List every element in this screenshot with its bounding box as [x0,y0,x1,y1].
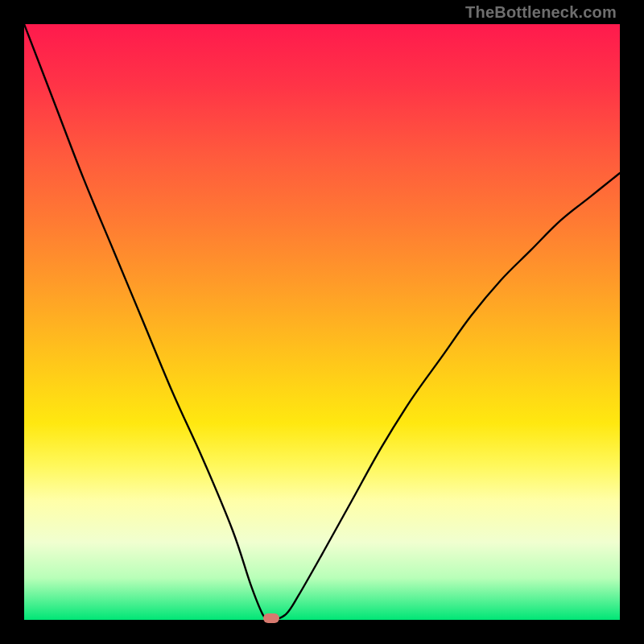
chart-frame: TheBottleneck.com [0,0,644,644]
minimum-marker [263,613,279,623]
plot-area [24,24,620,620]
curve-layer [24,24,620,620]
watermark-text: TheBottleneck.com [465,3,617,22]
bottleneck-curve [24,24,620,620]
